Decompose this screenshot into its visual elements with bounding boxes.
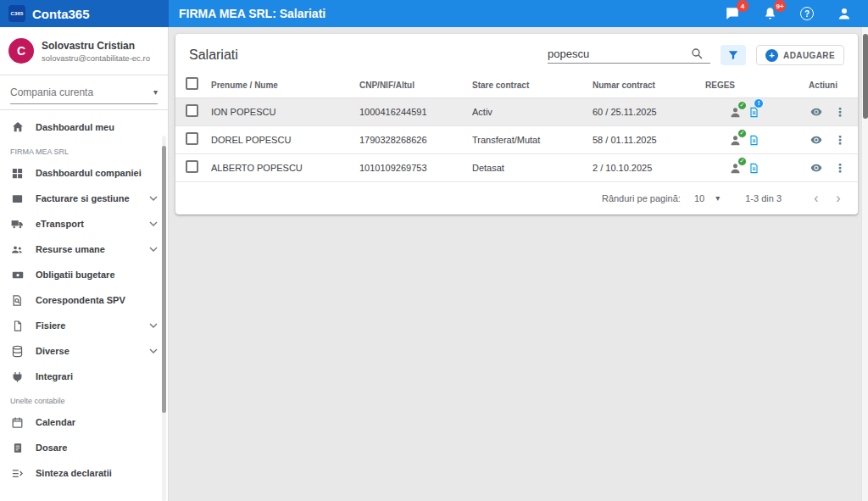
salariati-card: Salariati + ADAUGARE P	[175, 34, 858, 214]
search-input[interactable]	[548, 47, 685, 60]
column-header: REGES	[705, 81, 787, 90]
row-menu-button[interactable]: ⋮	[834, 162, 846, 174]
sidebar-item-sinteza-declaratii[interactable]: Sinteza declaratii	[0, 460, 168, 486]
sidebar-scrollbar-thumb[interactable]	[162, 146, 166, 413]
spv-document-search-icon	[10, 293, 25, 308]
sidebar-item-label: Dashboardul companiei	[36, 168, 142, 178]
table-row[interactable]: ALBERTO POPESCU 1010109269753 Detasat 2 …	[175, 154, 858, 182]
sidebar-item-resurse-umane[interactable]: Resurse umane	[0, 237, 168, 262]
reges-status: ✓	[705, 134, 787, 147]
account-button[interactable]	[836, 5, 853, 22]
page-scrollbar-thumb[interactable]	[863, 34, 868, 119]
table-row[interactable]: DOREL POPESCU 1790328268626 Transferat/M…	[175, 126, 858, 154]
rows-per-page-select[interactable]: 10 ▾	[694, 193, 720, 203]
reges-person-button[interactable]: ✓	[729, 134, 742, 147]
reges-contract-button[interactable]: !	[748, 106, 760, 119]
sidebar-item-obligatii-bugetare[interactable]: Obligatii bugetare	[0, 262, 168, 287]
brand-area[interactable]: C365 Conta365	[0, 0, 169, 27]
company-select-label: Compania curenta	[10, 86, 93, 98]
view-button[interactable]	[809, 106, 824, 118]
select-all-checkbox[interactable]	[186, 77, 198, 90]
caret-down-icon: ▾	[153, 88, 158, 97]
table-row[interactable]: ION POPESCU 1000416244591 Activ 60 / 25.…	[175, 98, 858, 126]
sidebar-item-dosare[interactable]: Dosare	[0, 435, 168, 460]
plug-icon	[10, 370, 25, 384]
sidebar-item-dashboardul-meu[interactable]: Dashboardul meu	[0, 114, 168, 140]
employee-cnp: 1000416244591	[359, 107, 472, 117]
row-menu-button[interactable]: ⋮	[834, 106, 846, 118]
row-actions: ⋮	[787, 134, 858, 146]
app-window: C365 Conta365 FIRMA MEA SRL: Salariati 4…	[0, 0, 868, 501]
sidebar-item-label: Calendar	[36, 417, 75, 427]
calendar-icon	[10, 415, 25, 430]
sidebar-item-calendar[interactable]: Calendar	[0, 409, 168, 435]
sidebar-item-dashboardul-companiei[interactable]: Dashboardul companiei	[0, 160, 168, 186]
sidebar-item-diverse[interactable]: Diverse	[0, 338, 168, 364]
sidebar-item-label: Integrari	[36, 371, 73, 381]
row-checkbox[interactable]	[186, 104, 198, 117]
view-button[interactable]	[809, 134, 824, 146]
view-button[interactable]	[809, 162, 824, 174]
column-header: CNP/NIF/Altul	[359, 81, 472, 90]
budget-icon	[10, 268, 25, 282]
next-page-button[interactable]: ›	[827, 192, 849, 205]
topbar-actions: 4 9+ ?	[724, 0, 868, 27]
column-header: Stare contract	[472, 81, 593, 90]
clipboard-icon	[10, 441, 25, 455]
sidebar-item-facturare[interactable]: Facturare si gestiune	[0, 186, 168, 211]
reges-document-icon	[748, 134, 760, 147]
sidebar-item-etransport[interactable]: eTransport	[0, 211, 168, 237]
add-button[interactable]: + ADAUGARE	[756, 45, 844, 65]
card-header: Salariati + ADAUGARE	[175, 34, 858, 73]
checkbox-cell	[186, 104, 211, 120]
user-info: Solovastru Cristian solovastru@contabili…	[42, 40, 150, 63]
reges-contract-button[interactable]	[748, 162, 760, 175]
column-header: Prenume / Nume	[211, 81, 359, 90]
page-title: FIRMA MEA SRL: Salariati	[179, 7, 326, 20]
sidebar-section-company: FIRMA MEA SRL	[0, 140, 168, 160]
reges-person-button[interactable]: ✓	[729, 162, 742, 175]
chevron-down-icon	[149, 323, 158, 328]
rows-per-page-value: 10	[694, 193, 704, 203]
sidebar-nav: Dashboardul meu FIRMA MEA SRL Dashboardu…	[0, 110, 168, 486]
help-button[interactable]: ?	[798, 5, 815, 22]
contract-state: Activ	[472, 107, 593, 117]
table-footer: Rânduri pe pagină: 10 ▾ 1-3 din 3 ‹ ›	[175, 182, 858, 214]
sidebar-item-label: Resurse umane	[36, 244, 105, 254]
contract-number: 58 / 01.11.2025	[593, 135, 705, 145]
previous-page-button[interactable]: ‹	[805, 192, 827, 205]
main-content: Salariati + ADAUGARE P	[169, 27, 868, 501]
plus-icon: +	[765, 49, 778, 62]
file-icon	[10, 319, 25, 333]
rows-per-page-label: Rânduri pe pagină:	[602, 193, 681, 203]
chat-button[interactable]: 4	[724, 5, 741, 22]
reges-contract-button[interactable]	[748, 134, 760, 147]
page-scrollbar[interactable]	[861, 27, 868, 501]
company-select[interactable]: Compania curenta ▾	[10, 86, 158, 104]
row-checkbox[interactable]	[186, 160, 198, 173]
caret-down-icon: ▾	[715, 194, 720, 203]
filter-button[interactable]	[721, 45, 746, 65]
brand-name: Conta365	[32, 7, 90, 21]
sidebar-item-label: Sinteza declaratii	[36, 468, 112, 478]
sidebar-item-corespondenta-spv[interactable]: Corespondenta SPV	[0, 287, 168, 313]
row-menu-button[interactable]: ⋮	[834, 134, 846, 146]
sidebar-item-fisiere[interactable]: Fisiere	[0, 313, 168, 338]
sidebar-item-integrari[interactable]: Integrari	[0, 364, 168, 389]
reges-person-button[interactable]: ✓	[729, 106, 742, 119]
sidebar-item-label: Fisiere	[36, 320, 65, 331]
chevron-down-icon	[149, 348, 158, 353]
notifications-button[interactable]: 9+	[761, 5, 778, 22]
home-icon	[10, 120, 25, 135]
search-field[interactable]	[548, 47, 710, 64]
reges-check-badge: ✓	[737, 129, 747, 138]
search-icon[interactable]	[690, 47, 704, 60]
row-checkbox[interactable]	[186, 132, 198, 145]
employee-cnp: 1790328268626	[359, 135, 472, 145]
user-profile[interactable]: C Solovastru Cristian solovastru@contabi…	[0, 27, 168, 75]
sidebar-scrollbar[interactable]	[162, 136, 166, 501]
reges-status: ✓	[705, 162, 787, 175]
help-icon: ?	[800, 7, 814, 20]
column-header: Numar contract	[593, 81, 705, 90]
database-icon	[10, 344, 25, 359]
